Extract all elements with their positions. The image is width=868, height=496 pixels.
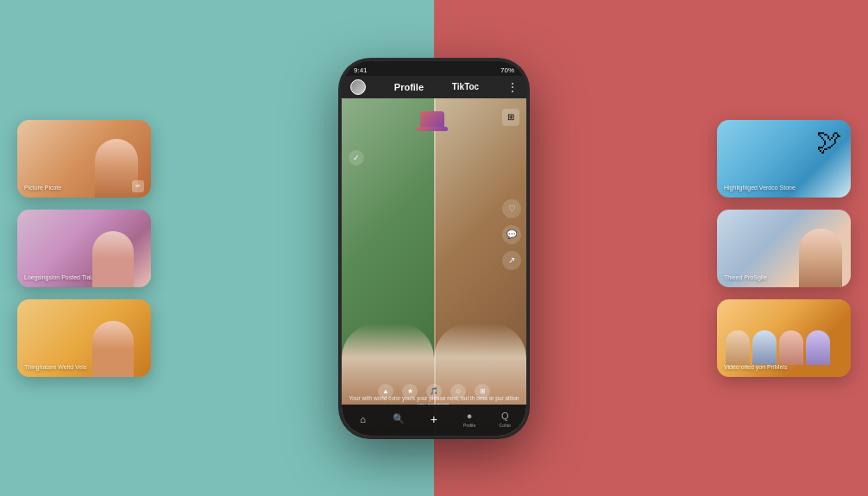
search-nav-item[interactable]: 🔍 — [393, 413, 405, 425]
side-action-icons: ♡ 💬 ↗ — [502, 199, 521, 270]
right-cards-container: 🕊 Highlightged Verdco Stone Thieed ProSg… — [717, 120, 851, 377]
phone: 9:41 70% Profile TikToc ⋮ — [339, 59, 529, 438]
person-1 — [726, 330, 750, 365]
card-left-2[interactable]: Loegsingsion Posted Tial. — [17, 210, 151, 287]
card-left-3[interactable]: Thinghatare Weltd Velo — [17, 299, 151, 377]
profile-avatar[interactable] — [350, 79, 366, 95]
tiktok-label: TikToc — [452, 82, 479, 91]
phone-wrapper: 9:41 70% Profile TikToc ⋮ — [339, 59, 529, 438]
card-right-3[interactable]: Video oited yon PriMels — [717, 299, 851, 377]
people-group — [726, 330, 830, 365]
card-left-1-image: Picture Picote ✏ — [17, 120, 151, 198]
profile-nav-icon: ● — [463, 410, 475, 422]
share-icon[interactable]: ↗ — [502, 251, 521, 270]
card-right-2[interactable]: Thieed ProSgile — [717, 210, 851, 287]
hat-shape — [420, 111, 444, 127]
phone-screen: ✓ ⊞ ♡ 💬 ↗ ▲ ★ 🎵 ☺ ⊞ Your w — [342, 98, 526, 436]
card-right-1-label: Highlightged Verdco Stone — [724, 185, 796, 191]
search-nav-icon: 🔍 — [393, 413, 405, 425]
card-right-2-label: Thieed ProSgile — [724, 274, 767, 281]
left-cards-container: Picture Picote ✏ Loegsingsion Posted Tia… — [17, 120, 151, 377]
other-nav-label: Coher — [500, 423, 512, 428]
person-3 — [779, 330, 803, 365]
location-icon[interactable]: ⊞ — [502, 109, 519, 126]
other-nav-icon: Q — [499, 410, 511, 422]
create-nav-item[interactable]: + — [428, 413, 440, 425]
other-nav-item[interactable]: Q Coher — [499, 410, 511, 428]
bird-icon: 🕊 — [816, 127, 842, 156]
card-left-3-image: Thinghatare Weltd Velo — [17, 299, 151, 377]
phone-nav-bar: ⌂ 🔍 + ● Profile Q Coher — [342, 405, 526, 436]
menu-dots-icon[interactable]: ⋮ — [507, 81, 518, 93]
create-icon: + — [428, 413, 440, 425]
scene: Picture Picote ✏ Loegsingsion Posted Tia… — [0, 0, 868, 496]
hat-element — [420, 111, 448, 131]
comment-icon[interactable]: 💬 — [502, 225, 521, 244]
card-left-2-label: Loegsingsion Posted Tial. — [24, 274, 93, 281]
card-left-1[interactable]: Picture Picote ✏ — [17, 120, 151, 198]
profile-nav-label: Profile — [463, 423, 475, 428]
person-4 — [806, 330, 830, 365]
card-right-1-image: 🕊 Highlightged Verdco Stone — [717, 120, 851, 198]
like-icon[interactable]: ♡ — [502, 199, 521, 218]
check-badge-icon: ✓ — [349, 150, 364, 166]
card-right-3-label: Video oited yon PriMels — [724, 364, 844, 371]
person-2 — [752, 330, 777, 365]
card-left-1-edit-icon[interactable]: ✏ — [132, 180, 144, 192]
status-battery: 70% — [500, 66, 514, 74]
card-left-2-person — [92, 231, 134, 287]
profile-nav-item[interactable]: ● Profile — [463, 410, 475, 428]
card-right-3-image: Video oited yon PriMels — [717, 299, 851, 377]
card-right-1[interactable]: 🕊 Highlightged Verdco Stone — [717, 120, 851, 198]
card-right-2-image: Thieed ProSgile — [717, 210, 851, 287]
phone-header: Profile TikToc ⋮ — [342, 76, 526, 98]
phone-notch — [408, 61, 460, 70]
card-left-3-label: Thinghatare Weltd Velo — [24, 364, 87, 371]
phone-header-title: Profile — [394, 82, 424, 92]
card-left-1-label: Picture Picote — [24, 185, 61, 191]
hat-brim — [417, 127, 448, 131]
status-time: 9:41 — [354, 66, 368, 74]
home-icon: ⌂ — [357, 413, 369, 425]
card-left-2-image: Loegsingsion Posted Tial. — [17, 210, 151, 287]
card-left-3-person — [92, 321, 134, 377]
home-nav-item[interactable]: ⌂ — [357, 413, 369, 425]
card-right-2-person — [799, 229, 842, 287]
